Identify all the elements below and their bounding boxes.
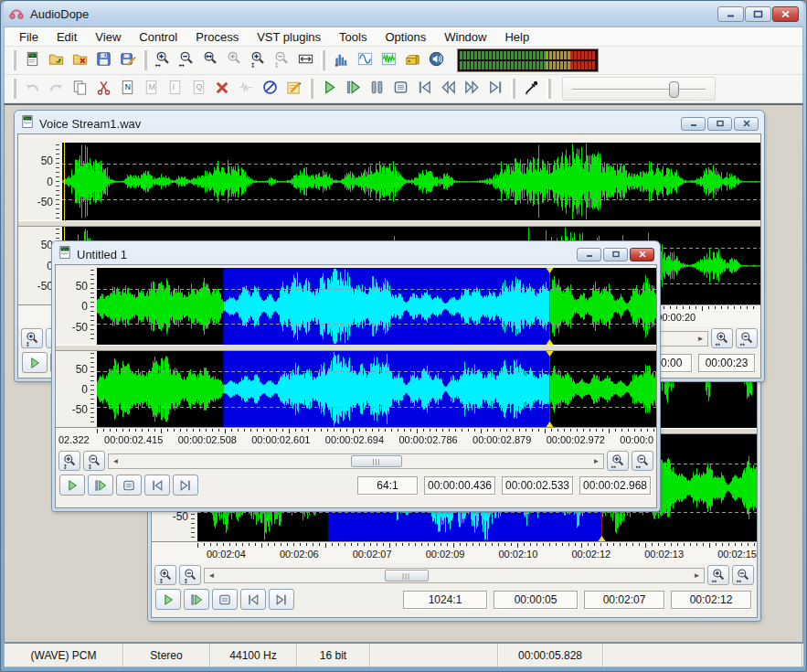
cut-button[interactable] <box>91 78 115 101</box>
menu-file[interactable]: File <box>10 28 48 46</box>
time-field: 00:00:02.968 <box>579 476 651 495</box>
scrollbar-thumb[interactable]: ||| <box>351 455 402 467</box>
go-end-button[interactable] <box>269 589 294 610</box>
menu-options[interactable]: Options <box>376 28 435 46</box>
ruler-label: 00:02:09 <box>426 549 465 560</box>
play-selection-button[interactable] <box>184 589 209 610</box>
zoom-vertical-in-button[interactable]: ↕ <box>21 328 43 348</box>
zoom-in-button[interactable]: ↔ <box>711 328 733 348</box>
menu-process[interactable]: Process <box>186 28 248 46</box>
volume-slider[interactable] <box>562 77 716 101</box>
child-titlebar[interactable]: Voice Stream1.wav <box>17 113 761 133</box>
stop-button[interactable] <box>212 589 238 610</box>
paste-new-button[interactable]: N <box>115 78 139 101</box>
zoom-out-button[interactable]: ↔ <box>732 565 754 585</box>
play-button[interactable] <box>155 589 181 610</box>
child-restore-button[interactable] <box>603 248 628 261</box>
rewind-button[interactable] <box>436 78 460 101</box>
go-end-button[interactable] <box>173 475 198 496</box>
play-selection-button[interactable] <box>88 475 113 496</box>
scroll-right-arrow[interactable]: ► <box>690 569 704 582</box>
pause-button[interactable] <box>365 78 388 101</box>
zoom-out-button[interactable]: ↔ <box>175 49 198 72</box>
zoom-vertical-in-button[interactable]: ↕ <box>154 565 176 585</box>
go-end-button[interactable] <box>483 78 507 101</box>
stop-button[interactable] <box>116 475 142 496</box>
menu-control[interactable]: Control <box>130 28 186 46</box>
zoom-to-window-button[interactable] <box>198 49 222 72</box>
menu-window[interactable]: Window <box>435 28 495 46</box>
waveform-channel-2[interactable] <box>97 351 656 427</box>
child-window-title: Untitled 1 <box>77 248 127 261</box>
child-minimize-button[interactable] <box>681 117 706 131</box>
waveform-view-button[interactable] <box>377 49 400 72</box>
volume-thumb[interactable] <box>669 81 679 98</box>
menu-vst-plugins[interactable]: VST plugins <box>248 28 330 46</box>
play-button[interactable] <box>317 78 341 101</box>
menu-tools[interactable]: Tools <box>330 28 376 46</box>
save-file-as-button[interactable] <box>115 49 139 72</box>
scroll-right-arrow[interactable]: ► <box>589 454 603 468</box>
zoom-vertical-in-button[interactable]: ↕ <box>58 451 80 471</box>
zoom-in-button[interactable]: ↔ <box>151 49 175 72</box>
child-minimize-button[interactable] <box>577 248 601 261</box>
copy-button[interactable] <box>68 78 91 101</box>
waveform-view-icon <box>380 50 398 71</box>
play-selection-button[interactable] <box>341 78 365 101</box>
svg-text:↕: ↕ <box>273 60 279 67</box>
delete-button[interactable] <box>210 78 234 101</box>
waveform-channel-1[interactable] <box>97 268 656 345</box>
zoom-vertical-out-button[interactable]: ↕ <box>179 565 201 585</box>
zoom-in-button[interactable]: ↔ <box>607 451 629 471</box>
scroll-row: ↕↕◄►|||↔↔ <box>56 449 656 473</box>
zoom-out-button[interactable]: ↔ <box>632 451 653 471</box>
close-file-button[interactable] <box>68 49 91 72</box>
play-button[interactable] <box>59 475 85 496</box>
minimize-button[interactable] <box>717 6 744 22</box>
signal-generator-icon <box>356 50 374 71</box>
zoom-vertical-out-button[interactable]: ↕ <box>83 451 105 471</box>
scrollbar-thumb[interactable]: ||| <box>385 570 429 581</box>
amp-label-neg: -50 <box>173 510 188 523</box>
forward-button[interactable] <box>460 78 483 101</box>
scroll-left-arrow[interactable]: ◄ <box>109 454 122 468</box>
menu-edit[interactable]: Edit <box>48 28 86 46</box>
child-close-button[interactable] <box>734 117 759 131</box>
close-button[interactable] <box>772 6 799 22</box>
sound-settings-button[interactable] <box>424 49 448 72</box>
stop-button[interactable] <box>388 78 412 101</box>
maximize-button[interactable] <box>745 6 771 22</box>
waveform-channel-1[interactable] <box>62 143 760 220</box>
svg-text:↔: ↔ <box>736 577 741 582</box>
go-begin-button[interactable] <box>412 78 436 101</box>
ruler-label: 00:00:20 <box>656 312 696 323</box>
zoom-out-button[interactable]: ↔ <box>736 328 758 348</box>
pencil-edit-button[interactable] <box>281 78 305 101</box>
menu-view[interactable]: View <box>86 28 130 46</box>
pipette-button[interactable] <box>519 78 543 101</box>
signal-generator-button[interactable] <box>353 49 377 72</box>
fit-to-window-button[interactable] <box>293 49 317 72</box>
go-begin-button[interactable] <box>240 589 266 610</box>
horizontal-scrollbar[interactable]: ◄►||| <box>204 568 705 583</box>
save-file-button[interactable] <box>91 49 115 72</box>
go-begin-button[interactable] <box>144 475 170 496</box>
statistics-button[interactable] <box>329 49 353 72</box>
zoom-in-button[interactable]: ↔ <box>707 565 729 585</box>
menu-help[interactable]: Help <box>495 28 538 46</box>
new-file-button[interactable] <box>20 49 44 72</box>
pipette-icon <box>523 79 540 100</box>
open-file-button[interactable] <box>44 49 68 72</box>
mute-button[interactable] <box>258 78 281 101</box>
play-button[interactable] <box>22 352 48 373</box>
media-device-button[interactable] <box>400 49 424 72</box>
child-titlebar[interactable]: Untitled 1 <box>55 244 657 264</box>
child-restore-button[interactable] <box>707 117 732 131</box>
horizontal-scrollbar[interactable]: ◄►||| <box>108 453 604 469</box>
zoom-vertical-in-button[interactable]: ↕ <box>246 49 270 72</box>
scroll-right-arrow[interactable]: ► <box>694 332 707 346</box>
child-close-button[interactable] <box>630 248 654 261</box>
svg-text:↕: ↕ <box>158 577 164 582</box>
main-titlebar[interactable]: AudioDope <box>4 1 803 27</box>
scroll-left-arrow[interactable]: ◄ <box>205 569 218 582</box>
